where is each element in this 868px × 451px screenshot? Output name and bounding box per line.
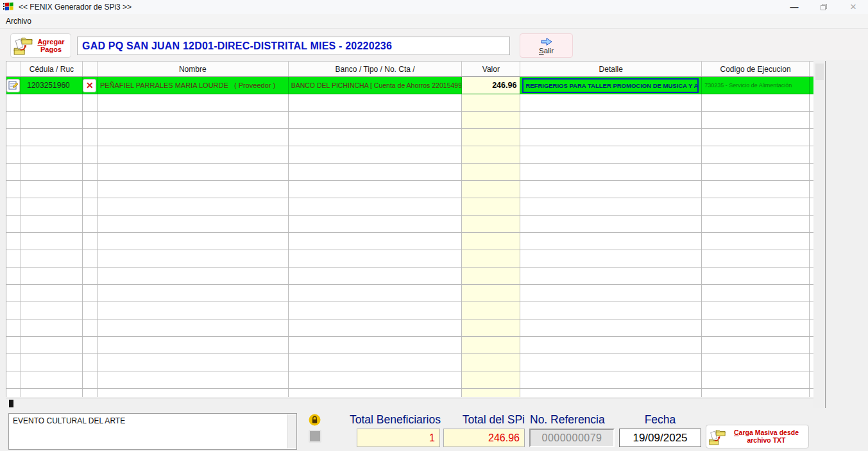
empty-grid-row xyxy=(6,129,813,146)
vertical-scroll-thumb[interactable] xyxy=(815,64,824,80)
close-icon: × xyxy=(850,1,856,13)
fecha-label: Fecha xyxy=(619,413,701,427)
row-codigo: 730235 - Servicio de Alimentación xyxy=(702,77,810,94)
minimize-button[interactable]: — xyxy=(779,0,809,14)
grid-rows: 1203251960 ✕ PEÑAFIEL PARRALES MARIA LOU… xyxy=(6,77,813,397)
empty-grid-row xyxy=(6,337,813,354)
title-bar: << FENIX Generador de SPi3 >> — × xyxy=(0,0,868,14)
carga-masiva-button[interactable]: Carga Masiva desdearchivo TXT xyxy=(706,425,809,448)
header-codigo: Codigo de Ejecucion xyxy=(702,62,810,76)
menu-bar: Archivo xyxy=(0,14,868,28)
windows-logo-icon xyxy=(3,2,13,12)
window-title: << FENIX Generador de SPi3 >> xyxy=(19,3,132,12)
row-nombre: PEÑAFIEL PARRALES MARIA LOURDE ( Proveed… xyxy=(98,77,289,94)
header-cedula: Cédula / Ruc xyxy=(21,62,83,76)
no-referencia-field: 0000000079 xyxy=(529,429,615,447)
gray-square-button[interactable] xyxy=(309,430,321,443)
empty-grid-row xyxy=(6,216,813,233)
payment-row-selected[interactable]: 1203251960 ✕ PEÑAFIEL PARRALES MARIA LOU… xyxy=(6,77,813,94)
agregar-pagos-button[interactable]: AgregarPagos xyxy=(10,33,71,58)
entity-name-field[interactable]: GAD PQ SAN JUAN 12D01-DIREC-DISTRITAL MI… xyxy=(77,37,510,55)
copy-folders-icon xyxy=(708,428,726,446)
row-cedula: 1203251960 xyxy=(21,77,83,94)
agregar-pagos-label: AgregarPagos xyxy=(33,38,69,53)
empty-grid-row xyxy=(6,268,813,285)
close-button[interactable]: × xyxy=(838,0,868,14)
edit-row-button[interactable] xyxy=(6,79,20,92)
row-detalle-cell[interactable]: REFRIGERIOS PARA TALLER PROMOCION DE MUS… xyxy=(520,77,702,94)
total-beneficiarios-field: 1 xyxy=(357,429,440,447)
observacion-value: EVENTO CULTURAL DEL ARTE xyxy=(13,416,125,425)
empty-grid-row xyxy=(6,164,813,181)
total-spi-label: Total del SPi xyxy=(423,413,525,427)
menu-archivo[interactable]: Archivo xyxy=(0,15,37,27)
empty-grid-row xyxy=(6,112,813,129)
delete-row-button[interactable]: ✕ xyxy=(83,79,96,92)
header-detalle: Detalle xyxy=(520,62,702,76)
empty-grid-row xyxy=(6,94,813,112)
total-spi-field: 246.96 xyxy=(443,429,525,447)
fecha-field[interactable]: 19/09/2025 xyxy=(619,429,701,447)
empty-grid-row xyxy=(6,198,813,216)
grid-horizontal-scrollbar[interactable] xyxy=(6,398,813,408)
total-beneficiarios-label: Total Beneficiarios xyxy=(302,413,441,427)
empty-grid-row xyxy=(6,354,813,371)
empty-grid-row xyxy=(6,389,813,397)
payments-grid: Cédula / Ruc Nombre Banco / Tipo / No. C… xyxy=(6,61,813,397)
grid-vertical-scrollbar[interactable] xyxy=(813,61,826,408)
maximize-button[interactable] xyxy=(809,0,838,14)
row-detalle-focused[interactable]: REFRIGERIOS PARA TALLER PROMOCION DE MUS… xyxy=(522,78,699,93)
header-banco: Banco / Tipo / No. Cta / xyxy=(289,62,463,76)
empty-grid-row xyxy=(6,233,813,250)
copy-folders-icon xyxy=(13,35,33,56)
header-delete-column xyxy=(83,62,98,76)
empty-grid-row xyxy=(6,250,813,268)
delete-x-icon: ✕ xyxy=(86,81,94,90)
salir-label: Salir xyxy=(539,47,554,55)
observacion-scrollbar[interactable] xyxy=(287,414,296,448)
empty-grid-row xyxy=(6,146,813,164)
empty-grid-row xyxy=(6,319,813,337)
no-referencia-label: No. Referencia xyxy=(530,413,626,427)
empty-grid-row xyxy=(6,371,813,389)
header-valor: Valor xyxy=(462,62,520,76)
entity-name-value: GAD PQ SAN JUAN 12D01-DIREC-DISTRITAL MI… xyxy=(82,40,392,52)
edit-form-icon xyxy=(8,81,18,90)
maximize-icon xyxy=(820,3,828,11)
toolbar: AgregarPagos GAD PQ SAN JUAN 12D01-DIREC… xyxy=(0,28,868,60)
row-banco: BANCO DEL PICHINCHA [ Cuenta de Ahorros … xyxy=(289,77,463,94)
footer-panel: EVENTO CULTURAL DEL ARTE Total Beneficia… xyxy=(0,408,868,451)
observacion-textarea[interactable]: EVENTO CULTURAL DEL ARTE xyxy=(8,413,297,450)
carga-masiva-label: Carga Masiva desdearchivo TXT xyxy=(726,429,806,444)
empty-grid-row xyxy=(6,285,813,302)
header-nombre: Nombre xyxy=(98,62,289,76)
empty-grid-row xyxy=(6,181,813,198)
arrow-right-icon xyxy=(540,37,553,46)
salir-button[interactable]: Salir xyxy=(520,33,573,58)
header-edit-column xyxy=(6,62,21,76)
horizontal-scroll-thumb[interactable] xyxy=(9,400,13,407)
empty-grid-row xyxy=(6,302,813,319)
row-valor[interactable]: 246.96 xyxy=(462,77,520,94)
grid-header: Cédula / Ruc Nombre Banco / Tipo / No. C… xyxy=(6,61,813,77)
minimize-icon: — xyxy=(790,4,799,10)
